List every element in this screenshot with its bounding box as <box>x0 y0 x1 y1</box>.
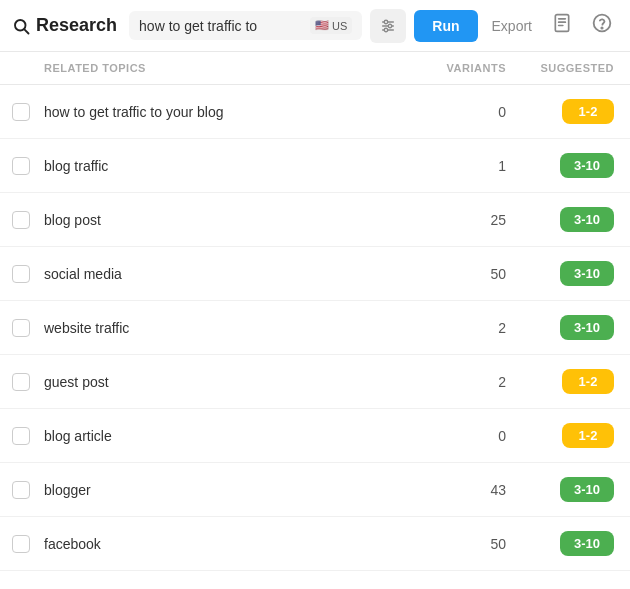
search-input[interactable] <box>139 18 304 34</box>
row-checkbox[interactable] <box>12 481 30 499</box>
table-row: social media 50 3-10 <box>0 247 630 301</box>
svg-line-1 <box>24 29 28 33</box>
row-suggested-badge: 3-10 <box>514 315 614 340</box>
row-suggested-badge: 1-2 <box>514 369 614 394</box>
row-checkbox[interactable] <box>12 535 30 553</box>
document-icon-button[interactable] <box>546 9 578 42</box>
row-checkbox[interactable] <box>12 103 30 121</box>
search-wrapper[interactable]: 🇺🇸 US <box>129 11 362 40</box>
export-button[interactable]: Export <box>486 14 538 38</box>
row-suggested-badge: 1-2 <box>514 99 614 124</box>
suggested-badge: 1-2 <box>562 99 614 124</box>
row-suggested-badge: 3-10 <box>514 261 614 286</box>
col-suggested: SUGGESTED <box>514 62 614 74</box>
row-topic-label: blogger <box>44 482 424 498</box>
row-variants-value: 0 <box>424 428 514 444</box>
topic-table: how to get traffic to your blog 0 1-2 bl… <box>0 85 630 571</box>
row-checkbox[interactable] <box>12 319 30 337</box>
row-topic-label: blog article <box>44 428 424 444</box>
row-topic-label: facebook <box>44 536 424 552</box>
col-related-topics: RELATED TOPICS <box>44 62 424 74</box>
row-variants-value: 2 <box>424 320 514 336</box>
svg-point-13 <box>601 27 602 28</box>
table-row: blog traffic 1 3-10 <box>0 139 630 193</box>
row-topic-label: guest post <box>44 374 424 390</box>
options-button[interactable] <box>370 9 406 43</box>
run-button[interactable]: Run <box>414 10 477 42</box>
row-checkbox[interactable] <box>12 373 30 391</box>
row-topic-label: blog traffic <box>44 158 424 174</box>
row-variants-value: 50 <box>424 266 514 282</box>
table-row: guest post 2 1-2 <box>0 355 630 409</box>
suggested-badge: 3-10 <box>560 477 614 502</box>
brand: Research <box>12 15 117 36</box>
table-row: blog article 0 1-2 <box>0 409 630 463</box>
suggested-badge: 3-10 <box>560 153 614 178</box>
row-variants-value: 43 <box>424 482 514 498</box>
row-checkbox[interactable] <box>12 265 30 283</box>
row-suggested-badge: 3-10 <box>514 153 614 178</box>
table-row: blogger 43 3-10 <box>0 463 630 517</box>
svg-point-6 <box>389 24 392 27</box>
row-checkbox[interactable] <box>12 211 30 229</box>
table-row: facebook 50 3-10 <box>0 517 630 571</box>
col-variants: VARIANTS <box>424 62 514 74</box>
document-icon <box>552 13 572 33</box>
row-suggested-badge: 3-10 <box>514 477 614 502</box>
svg-point-7 <box>385 28 388 31</box>
suggested-badge: 3-10 <box>560 531 614 556</box>
row-checkbox[interactable] <box>12 427 30 445</box>
suggested-badge: 1-2 <box>562 423 614 448</box>
suggested-badge: 1-2 <box>562 369 614 394</box>
row-suggested-badge: 1-2 <box>514 423 614 448</box>
row-suggested-badge: 3-10 <box>514 531 614 556</box>
table-row: website traffic 2 3-10 <box>0 301 630 355</box>
header: Research 🇺🇸 US Run Export <box>0 0 630 52</box>
svg-point-5 <box>385 20 388 23</box>
locale-badge: 🇺🇸 US <box>310 17 352 34</box>
row-variants-value: 1 <box>424 158 514 174</box>
table-row: blog post 25 3-10 <box>0 193 630 247</box>
column-headers: RELATED TOPICS VARIANTS SUGGESTED <box>0 52 630 85</box>
row-variants-value: 0 <box>424 104 514 120</box>
search-icon <box>12 17 30 35</box>
table-row: how to get traffic to your blog 0 1-2 <box>0 85 630 139</box>
row-suggested-badge: 3-10 <box>514 207 614 232</box>
row-topic-label: website traffic <box>44 320 424 336</box>
help-button[interactable] <box>586 9 618 42</box>
row-variants-value: 50 <box>424 536 514 552</box>
row-variants-value: 2 <box>424 374 514 390</box>
row-checkbox[interactable] <box>12 157 30 175</box>
help-icon <box>592 13 612 33</box>
suggested-badge: 3-10 <box>560 207 614 232</box>
row-topic-label: social media <box>44 266 424 282</box>
sliders-icon <box>380 18 396 34</box>
suggested-badge: 3-10 <box>560 261 614 286</box>
row-topic-label: blog post <box>44 212 424 228</box>
brand-label: Research <box>36 15 117 36</box>
suggested-badge: 3-10 <box>560 315 614 340</box>
row-topic-label: how to get traffic to your blog <box>44 104 424 120</box>
row-variants-value: 25 <box>424 212 514 228</box>
